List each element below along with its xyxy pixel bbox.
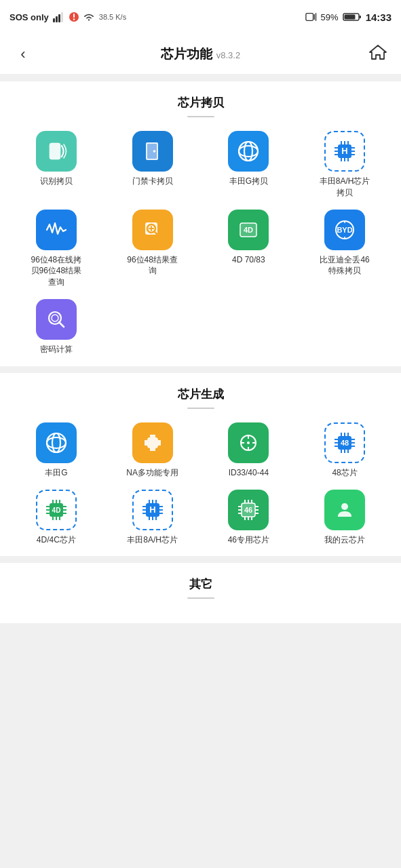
copy-item-96-result[interactable]: 96位48结果查询 <box>106 210 199 288</box>
search-chip-icon <box>140 218 165 242</box>
toyota-g-label: 丰田G拷贝 <box>229 176 268 187</box>
copy-section: 芯片拷贝 识别拷贝 门禁卡拷贝 <box>0 81 401 366</box>
svg-point-48 <box>47 433 66 452</box>
svg-line-45 <box>59 322 64 327</box>
home-icon <box>368 43 387 62</box>
toyota-icon <box>235 138 261 164</box>
puzzle-icon <box>140 431 165 455</box>
speed-label: 38.5 K/s <box>99 13 126 21</box>
96-48-icon-box <box>36 210 77 250</box>
chip-48-icon: 48 <box>331 429 358 456</box>
toolbar: ‹ 芯片功能 v8.3.2 <box>0 34 401 75</box>
gen-section: 芯片生成 丰田G NA多功能专用 <box>0 373 401 557</box>
gen-item-toyota-h[interactable]: H 丰田8A/H芯片 <box>106 490 199 546</box>
cloud-chip-icon <box>332 498 357 522</box>
gen-4d4c-box: 4D <box>36 490 77 530</box>
gen-id33-box <box>228 422 269 463</box>
96-48-label: 96位48在线拷贝96位48结果查询 <box>29 254 83 288</box>
svg-rect-13 <box>50 143 60 159</box>
copy-item-door[interactable]: 门禁卡拷贝 <box>106 131 199 199</box>
gen-toyota-g-label: 丰田G <box>45 467 67 479</box>
svg-point-111 <box>341 503 348 510</box>
door-icon <box>140 139 165 163</box>
copy-grid: 识别拷贝 门禁卡拷贝 丰田G拷贝 <box>7 131 394 355</box>
svg-text:BYD: BYD <box>337 226 353 234</box>
byd-icon-box: BYD <box>324 210 365 250</box>
toyota-h-icon-box: H <box>324 131 365 172</box>
other-divider <box>187 597 214 599</box>
chip-h-icon: H <box>331 138 358 165</box>
gen-item-46[interactable]: 46 46专用芯片 <box>202 490 296 546</box>
svg-rect-5 <box>73 14 75 18</box>
svg-point-16 <box>153 150 155 153</box>
gen-toyota-g-box <box>36 422 77 463</box>
back-button[interactable]: ‹ <box>11 45 35 63</box>
svg-point-50 <box>247 441 250 444</box>
gen-id33-label: ID33/40-44 <box>229 467 269 479</box>
status-right: 59% 14:33 <box>305 12 392 23</box>
gen-4d4c-label: 4D/4C芯片 <box>37 534 76 546</box>
version-label: v8.3.2 <box>216 50 240 60</box>
status-bar: SOS only 38.5 K/s 59% <box>0 0 401 34</box>
byd-label: 比亚迪全丢46特殊拷贝 <box>318 254 372 277</box>
svg-rect-1 <box>56 16 58 22</box>
gen-46-label: 46专用芯片 <box>228 534 269 546</box>
wifi-icon <box>83 12 95 22</box>
gen-item-48[interactable]: 48 48芯片 <box>298 422 392 479</box>
signal-icon <box>53 12 65 22</box>
svg-point-19 <box>239 142 258 161</box>
svg-point-18 <box>244 142 252 161</box>
other-section-title: 其它 <box>7 576 394 592</box>
gen-toyota-h-label: 丰田8A/H芯片 <box>127 534 178 546</box>
pwd-icon-box <box>36 299 77 340</box>
title-area: 芯片功能 v8.3.2 <box>161 45 240 63</box>
svg-rect-7 <box>305 14 313 21</box>
gen-item-4d4c[interactable]: 4D 4D/4C芯片 <box>9 490 103 546</box>
sos-label: SOS only <box>9 12 49 22</box>
svg-point-44 <box>52 315 58 321</box>
toyota-h-label: 丰田8A/H芯片拷贝 <box>318 176 372 199</box>
svg-text:H: H <box>341 146 347 156</box>
4d-label: 4D 70/83 <box>232 254 265 266</box>
gen-item-cloud[interactable]: 我的云芯片 <box>298 490 392 546</box>
page-title: 芯片功能 <box>161 45 212 63</box>
svg-text:4D: 4D <box>52 507 60 514</box>
exclamation-icon <box>69 12 79 22</box>
chip-46-icon: 46 <box>235 496 262 524</box>
copy-item-pwd[interactable]: 密码计算 <box>9 299 103 355</box>
svg-rect-3 <box>61 12 63 22</box>
wave-eq-icon <box>44 218 69 242</box>
gen-cloud-box <box>324 490 365 530</box>
96-result-icon-box <box>132 210 173 250</box>
copy-item-96-48[interactable]: 96位48在线拷贝96位48结果查询 <box>9 210 103 288</box>
copy-item-identify[interactable]: 识别拷贝 <box>9 131 103 199</box>
4d-icon: 4D <box>236 218 261 242</box>
copy-item-byd[interactable]: BYD 比亚迪全丢46特殊拷贝 <box>298 210 392 288</box>
gen-item-toyota-g[interactable]: 丰田G <box>9 422 103 479</box>
gen-48-box: 48 <box>324 422 365 463</box>
gen-toyota-icon <box>43 430 69 456</box>
svg-text:48: 48 <box>341 439 349 447</box>
svg-rect-2 <box>58 14 60 22</box>
toyota-g-icon-box <box>228 131 269 172</box>
gen-item-id33[interactable]: ID33/40-44 <box>202 422 296 479</box>
search-lock-icon <box>44 307 69 332</box>
gen-grid: 丰田G NA多功能专用 ID3 <box>7 422 394 546</box>
4d-chip-icon: 4D <box>43 496 70 524</box>
svg-text:46: 46 <box>244 506 252 514</box>
copy-item-toyota-h[interactable]: H 丰田8A/H芯片拷贝 <box>298 131 392 199</box>
copy-section-title: 芯片拷贝 <box>7 95 394 111</box>
gen-item-na[interactable]: NA多功能专用 <box>106 422 199 479</box>
gen-na-box <box>132 422 173 463</box>
home-button[interactable] <box>366 43 390 66</box>
gen-cloud-label: 我的云芯片 <box>324 534 365 546</box>
svg-rect-11 <box>359 16 361 18</box>
copy-item-toyota-g[interactable]: 丰田G拷贝 <box>202 131 296 199</box>
nfc-icon <box>305 12 317 22</box>
svg-point-47 <box>52 433 60 452</box>
svg-text:H: H <box>149 505 155 515</box>
gen-na-label: NA多功能专用 <box>126 467 178 479</box>
svg-point-46 <box>47 437 66 448</box>
svg-rect-0 <box>53 18 55 22</box>
copy-item-4d[interactable]: 4D 4D 70/83 <box>202 210 296 288</box>
